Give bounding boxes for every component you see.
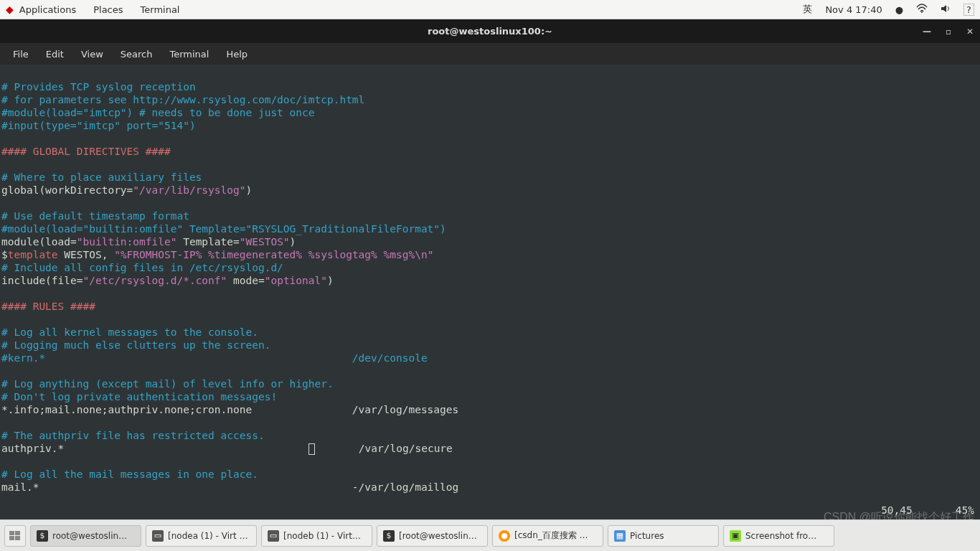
terminal-viewport[interactable]: # Provides TCP syslog reception # for pa… xyxy=(0,65,980,519)
code-line: $ xyxy=(1,249,8,260)
taskbar-item[interactable]: ▦ Pictures xyxy=(608,525,719,547)
taskbar-label: root@westoslin… xyxy=(52,531,127,541)
code-line: include(file= xyxy=(1,275,83,286)
taskbar-label: [nodea (1) - Virt … xyxy=(168,531,248,541)
code-line: # Use default timestamp format xyxy=(1,210,189,222)
code-str: "%FROMHOST-IP% %timegenerated% %syslogta… xyxy=(114,249,433,260)
taskbar-label: [root@westoslin… xyxy=(399,531,477,541)
menu-edit[interactable]: Edit xyxy=(37,46,72,62)
code-line: # Logging much else clutters up the scre… xyxy=(1,339,270,351)
taskbar-item[interactable]: ▣ Screenshot fro… xyxy=(723,525,834,547)
terminal-icon: $ xyxy=(37,530,48,542)
code-line: ) xyxy=(327,275,334,286)
cursor xyxy=(308,443,315,455)
places-menu[interactable]: Places xyxy=(93,4,123,15)
code-line: # Log all kernel messages to the console… xyxy=(1,326,258,338)
taskbar-item[interactable]: $ root@westoslin… xyxy=(30,525,141,547)
terminal-menubar: File Edit View Search Terminal Help xyxy=(0,43,980,65)
code-line: #input(type="imtcp" port="514") xyxy=(1,120,196,131)
code-str: "/etc/rsyslog.d/*.conf" xyxy=(83,275,227,286)
code-line: mail.* -/var/log/maillog xyxy=(1,481,458,493)
code-line: Template= xyxy=(176,236,239,248)
code-str: "WESTOS" xyxy=(240,236,290,248)
taskbar-label: Pictures xyxy=(630,531,664,541)
applications-menu[interactable]: Applications xyxy=(19,4,76,15)
clock-dot: ● xyxy=(895,4,903,15)
code-line: ) xyxy=(245,184,252,196)
code-line: # Log all the mail messages in one place… xyxy=(1,468,258,480)
taskbar-label: [csdn_百度搜索 … xyxy=(514,529,588,542)
code-line: #### GLOBAL DIRECTIVES #### xyxy=(1,146,171,157)
code-line: module(load= xyxy=(1,236,77,248)
code-line: # Provides TCP syslog reception xyxy=(1,81,196,93)
taskbar-item[interactable]: $ [root@westoslin… xyxy=(377,525,488,547)
code-line: # The authpriv file has restricted acces… xyxy=(1,430,265,441)
svg-rect-2 xyxy=(15,531,20,535)
code-str: "optional" xyxy=(265,275,327,286)
taskbar-item[interactable]: ● [csdn_百度搜索 … xyxy=(492,525,603,547)
code-line: #kern.* /dev/console xyxy=(1,352,428,364)
code-line: mode= xyxy=(227,275,264,286)
code-line: #module(load="imtcp") xyxy=(1,107,133,118)
input-method-indicator[interactable]: 英 xyxy=(803,3,812,16)
svg-rect-3 xyxy=(9,536,14,540)
code-line: #module(load="builtin:omfile" Template="… xyxy=(1,223,446,235)
code-line: ) xyxy=(290,236,296,248)
code-line: #### RULES #### xyxy=(1,301,95,312)
taskbar-label: Screenshot fro… xyxy=(745,531,816,541)
image-icon: ▣ xyxy=(730,530,741,542)
taskbar-label: [nodeb (1) - Virt… xyxy=(283,531,361,541)
window-titlebar[interactable]: root@westoslinux100:~ — ▫ ✕ xyxy=(0,19,980,43)
folder-icon: ▦ xyxy=(614,530,626,542)
svg-rect-4 xyxy=(15,536,20,540)
maximize-button[interactable]: ▫ xyxy=(943,26,954,37)
terminal-icon: $ xyxy=(383,530,395,542)
taskbar-item[interactable]: ▭ [nodeb (1) - Virt… xyxy=(261,525,372,547)
close-button[interactable]: ✕ xyxy=(964,26,976,37)
code-line: # Don't log private authentication messa… xyxy=(1,391,277,402)
distro-icon: ◆ xyxy=(6,4,14,15)
code-line: # Include all config files in /etc/rsysl… xyxy=(1,262,283,273)
gnome-top-panel: ◆ Applications Places Terminal 英 Nov 4 1… xyxy=(0,0,980,19)
volume-icon[interactable] xyxy=(941,4,951,16)
vm-icon: ▭ xyxy=(268,530,279,542)
firefox-icon: ● xyxy=(499,530,510,542)
code-line: # for parameters see http://www.rsyslog.… xyxy=(1,94,364,105)
svg-rect-1 xyxy=(9,531,14,535)
window-title: root@westoslinux100:~ xyxy=(428,26,552,37)
code-line: *.info;mail.none;authpriv.none;cron.none… xyxy=(1,404,458,415)
code-line: # Where to place auxiliary files xyxy=(1,171,202,183)
code-str: "/var/lib/rsyslog" xyxy=(133,184,245,196)
menu-terminal[interactable]: Terminal xyxy=(161,46,217,62)
terminal-menu[interactable]: Terminal xyxy=(141,4,180,15)
clock[interactable]: Nov 4 17:40 xyxy=(825,4,882,15)
menu-help[interactable]: Help xyxy=(217,46,256,62)
code-line: WESTOS, xyxy=(58,249,115,260)
code-line: authpriv.* xyxy=(1,443,308,454)
network-icon[interactable] xyxy=(916,4,928,16)
taskbar-item[interactable]: ▭ [nodea (1) - Virt … xyxy=(146,525,257,547)
code-line: # needs to be done just once xyxy=(133,107,314,118)
svg-point-0 xyxy=(921,11,923,13)
help-icon[interactable]: ? xyxy=(963,4,974,16)
code-line: /var/log/secure xyxy=(315,443,453,454)
menu-view[interactable]: View xyxy=(72,46,112,62)
menu-search[interactable]: Search xyxy=(112,46,161,62)
code-line: # Log anything (except mail) of level in… xyxy=(1,378,334,390)
minimize-button[interactable]: — xyxy=(921,26,933,37)
code-str: "builtin:omfile" xyxy=(77,236,177,248)
menu-file[interactable]: File xyxy=(4,46,37,62)
show-desktop-button[interactable] xyxy=(4,525,26,547)
bottom-taskbar: $ root@westoslin… ▭ [nodea (1) - Virt … … xyxy=(0,519,980,551)
code-keyword: template xyxy=(8,249,58,260)
code-line: global(workDirectory= xyxy=(1,184,133,196)
vm-icon: ▭ xyxy=(152,530,164,542)
